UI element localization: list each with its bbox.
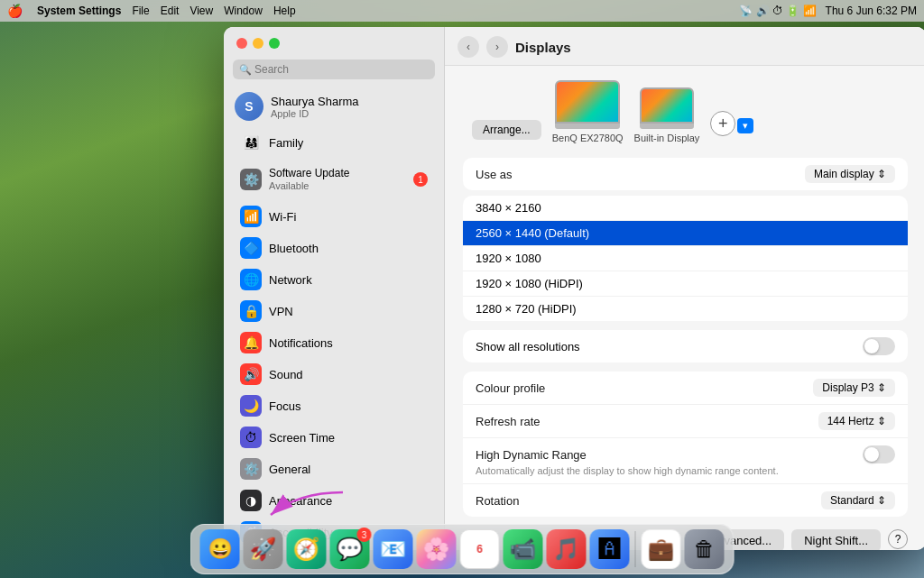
notifications-icon: 🔔	[240, 332, 262, 353]
resolution-row-3[interactable]: 1920 × 1080 (HiDPI)	[463, 271, 908, 297]
sidebar-item-vpn[interactable]: 🔒 VPN	[229, 296, 439, 326]
add-display-button[interactable]: +	[710, 111, 735, 136]
show-all-label: Show all resolutions	[476, 340, 863, 353]
sidebar-scroll-area: S Shaurya Sharma Apple ID 👨‍👩‍👧 Family ⚙…	[224, 87, 444, 550]
search-input[interactable]	[233, 60, 435, 79]
dock-music[interactable]: 🎵	[547, 529, 587, 569]
apple-logo-icon[interactable]: 🍎	[7, 4, 23, 18]
avatar: S	[235, 92, 263, 121]
hdr-label: High Dynamic Range	[476, 448, 863, 462]
page-title: Displays	[515, 40, 571, 55]
dock-trash[interactable]: 🗑	[685, 529, 725, 569]
menu-window[interactable]: Window	[224, 5, 263, 17]
menu-help[interactable]: Help	[273, 5, 296, 17]
network-icon: 🌐	[240, 269, 262, 290]
rotation-label: Rotation	[476, 494, 821, 508]
sidebar-item-label: Notifications	[269, 336, 333, 350]
refresh-rate-row: Refresh rate 144 Hertz ⇕	[463, 405, 908, 438]
back-button[interactable]: ‹	[457, 36, 479, 58]
sidebar-item-sound[interactable]: 🔊 Sound	[229, 359, 439, 390]
sidebar-item-label: Appearance	[269, 494, 332, 508]
sidebar-item-focus[interactable]: 🌙 Focus	[229, 390, 439, 421]
builtin-screen	[640, 87, 694, 124]
system-settings-window: 🔍 S Shaurya Sharma Apple ID 👨‍👩‍👧 Family…	[224, 27, 924, 550]
sidebar-item-appearance[interactable]: ◑ Appearance	[229, 485, 439, 516]
display-settings-section: Colour profile Display P3 ⇕ Refresh rate…	[463, 372, 908, 517]
family-label: Family	[269, 136, 303, 150]
resolution-row-0[interactable]: 3840 × 2160	[463, 196, 908, 221]
dock-messages[interactable]: 💬 3	[330, 529, 370, 569]
maximize-button[interactable]	[269, 38, 280, 49]
sidebar-item-bluetooth[interactable]: 🔷 Bluetooth	[229, 233, 439, 263]
colour-profile-row: Colour profile Display P3 ⇕	[463, 372, 908, 405]
bluetooth-icon: 🔷	[240, 237, 262, 259]
dock-finder[interactable]: 😀	[200, 529, 240, 569]
close-button[interactable]	[236, 38, 247, 49]
menu-app-name[interactable]: System Settings	[37, 5, 121, 17]
sidebar-item-screen-time[interactable]: ⏱ Screen Time	[229, 422, 439, 453]
builtin-base	[640, 124, 694, 129]
sidebar-item-wifi[interactable]: 📶 Wi-Fi	[229, 201, 439, 232]
refresh-rate-control[interactable]: 144 Hertz ⇕	[818, 412, 895, 430]
menu-edit[interactable]: Edit	[161, 5, 180, 17]
colour-profile-label: Colour profile	[476, 381, 813, 395]
sidebar-item-family[interactable]: 👨‍👩‍👧 Family	[229, 127, 439, 158]
dock-calendar[interactable]: 6	[460, 529, 500, 569]
sidebar-item-label: Bluetooth	[269, 242, 319, 255]
colour-profile-control[interactable]: Display P3 ⇕	[813, 379, 895, 397]
menu-view[interactable]: View	[189, 5, 213, 17]
monitor-benq[interactable]: BenQ EX2780Q	[552, 80, 624, 143]
sidebar-item-network[interactable]: 🌐 Network	[229, 264, 439, 295]
dock-launchpad[interactable]: 🚀	[244, 529, 283, 569]
search-icon: 🔍	[239, 64, 252, 76]
show-all-toggle[interactable]	[863, 337, 895, 355]
refresh-rate-label: Refresh rate	[476, 415, 818, 428]
resolution-row-4[interactable]: 1280 × 720 (HiDPI)	[463, 297, 908, 321]
sidebar-item-notifications[interactable]: 🔔 Notifications	[229, 327, 439, 358]
sound-icon: 🔊	[240, 363, 262, 385]
dock-appstore[interactable]: 🅰	[590, 529, 630, 569]
sidebar-item-general[interactable]: ⚙️ General	[229, 454, 439, 484]
minimize-button[interactable]	[253, 38, 263, 49]
main-content: ‹ › Displays Arrange... BenQ EX2780Q Bui…	[445, 27, 924, 550]
sidebar-item-label: Network	[269, 273, 312, 287]
user-sub: Apple ID	[271, 108, 359, 119]
monitor-builtin[interactable]: Built-in Display	[634, 87, 700, 143]
help-button[interactable]: ?	[888, 529, 908, 549]
resolution-row-2[interactable]: 1920 × 1080	[463, 246, 908, 271]
colour-profile-value: Display P3 ⇕	[822, 381, 886, 394]
menu-bar: 🍎 System Settings File Edit View Window …	[0, 0, 924, 22]
menu-file[interactable]: File	[132, 5, 149, 17]
arrange-button[interactable]: Arrange...	[472, 120, 541, 140]
dock-slack[interactable]: 💼	[642, 529, 681, 569]
night-shift-button[interactable]: Night Shift...	[791, 529, 881, 550]
add-dropdown-arrow[interactable]: ▾	[737, 118, 753, 133]
hdr-toggle-thumb	[864, 447, 879, 462]
benq-label: BenQ EX2780Q	[552, 133, 624, 143]
resolution-row-1[interactable]: 2560 × 1440 (Default)	[463, 221, 908, 246]
rotation-control[interactable]: Standard ⇕	[821, 491, 895, 509]
sidebar-user-profile[interactable]: S Shaurya Sharma Apple ID	[224, 87, 444, 126]
dock-mail[interactable]: 📧	[374, 529, 413, 569]
forward-button[interactable]: ›	[486, 36, 508, 58]
menu-bar-right: 📡 🔊 ⏱ 🔋 📶 Thu 6 Jun 6:32 PM	[739, 5, 917, 17]
builtin-label: Built-in Display	[634, 133, 700, 143]
menu-bar-left: 🍎 System Settings File Edit View Window …	[7, 4, 296, 18]
screen-time-icon: ⏱	[240, 427, 262, 448]
sidebar-item-label: Focus	[269, 399, 300, 413]
displays-content: Arrange... BenQ EX2780Q Built-in Display…	[445, 66, 924, 550]
show-all-row: Show all resolutions	[463, 330, 908, 362]
dock-photos[interactable]: 🌸	[417, 529, 457, 569]
user-info: Shaurya Sharma Apple ID	[271, 95, 359, 119]
dock-safari[interactable]: 🧭	[287, 529, 327, 569]
use-as-control[interactable]: Main display ⇕	[805, 165, 895, 183]
software-update-icon: ⚙️	[240, 169, 262, 190]
traffic-lights	[224, 27, 444, 56]
benq-screen	[555, 80, 620, 124]
wifi-icon: 📶	[240, 206, 262, 227]
hdr-toggle[interactable]	[863, 445, 895, 463]
sidebar-item-software-update[interactable]: ⚙️ Software UpdateAvailable 1	[229, 161, 439, 197]
dock-facetime[interactable]: 📹	[504, 529, 543, 569]
use-as-row: Use as Main display ⇕	[463, 158, 908, 190]
title-bar: ‹ › Displays	[445, 27, 924, 66]
